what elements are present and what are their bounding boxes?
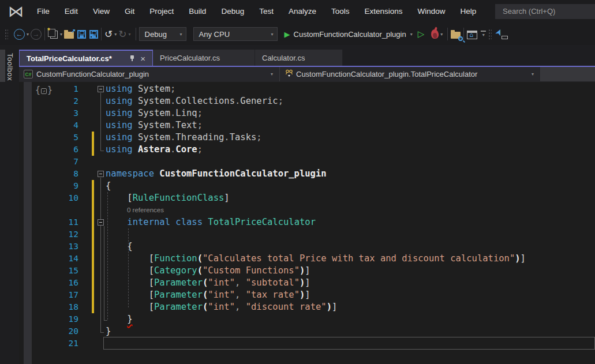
tab-calculator[interactable]: Calculator.cs	[255, 50, 343, 66]
navigation-bar: C# CustomFunctionCalculator_plugin ▾ Cus…	[19, 67, 595, 82]
code-line[interactable]: 5using System.Threading.Tasks;	[19, 132, 595, 144]
search-input[interactable]: Search (Ctrl+Q)	[495, 4, 595, 19]
run-target-label[interactable]: CustomFunctionCalculator_plugin	[290, 30, 409, 39]
line-number[interactable]: 21	[51, 337, 78, 350]
save-all-button[interactable]	[89, 30, 98, 39]
menu-bar: FileEditViewGitProjectBuildDebugTestAnal…	[29, 0, 484, 23]
hot-reload-button[interactable]	[431, 29, 439, 39]
code-line[interactable]: 10 [RuleFunctionClass]	[19, 192, 595, 204]
type-dropdown[interactable]: CustomFunctionCalculator_plugin.TotalPri…	[280, 67, 541, 81]
code-line[interactable]: 4using System.Text;	[19, 119, 595, 132]
menu-item-view[interactable]: View	[85, 0, 117, 23]
code-line[interactable]: 18 [Parameter("int", "discount rate")]	[19, 301, 595, 313]
code-line[interactable]: 6using Astera.Core;	[19, 144, 595, 156]
code-line[interactable]: 11 internal class TotalPriceCalculator	[19, 216, 595, 228]
start-debugging-button[interactable]: ▶	[285, 30, 290, 39]
code-line[interactable]: 9{	[19, 180, 595, 192]
solution-explorer-home-button[interactable]: ⌂	[467, 31, 477, 39]
new-project-dropdown-icon[interactable]: ▾	[58, 32, 64, 37]
navigate-back-dropdown-icon[interactable]: ▾	[25, 32, 31, 37]
redo-dropdown-icon[interactable]: ▾	[127, 32, 133, 37]
tab-pricecalculator[interactable]: PriceCalculator.cs	[153, 50, 255, 66]
code-line[interactable]: 13 {	[19, 241, 595, 253]
codelens-references[interactable]: 0 references	[127, 204, 164, 216]
line-number[interactable]: 11	[51, 216, 78, 228]
menu-item-edit[interactable]: Edit	[57, 0, 85, 23]
document-area: TotalPriceCalculator.cs* × PriceCalculat…	[19, 45, 595, 364]
codelens-row[interactable]: 0 references	[19, 204, 595, 216]
line-number[interactable]: 13	[51, 241, 78, 253]
line-number[interactable]: 16	[51, 277, 78, 289]
code-line[interactable]: 16 [Parameter("int", "subtotal")]	[19, 277, 595, 289]
code-text: }	[106, 313, 133, 325]
line-number[interactable]: 7	[51, 156, 78, 168]
line-number[interactable]: 20	[51, 325, 78, 337]
line-number[interactable]: 14	[51, 253, 78, 265]
menu-item-extensions[interactable]: Extensions	[357, 0, 410, 23]
code-line[interactable]: 7	[19, 156, 595, 168]
pin-tab-icon[interactable]	[129, 55, 135, 62]
code-line[interactable]: 3using System.Linq;	[19, 107, 595, 119]
navigate-back-button[interactable]: ←	[14, 29, 25, 40]
menu-item-help[interactable]: Help	[453, 0, 484, 23]
menu-item-git[interactable]: Git	[117, 0, 142, 23]
code-line[interactable]: 14 [Function("Calculates total Price wit…	[19, 253, 595, 265]
menu-item-analyze[interactable]: Analyze	[281, 0, 324, 23]
line-number[interactable]: 2	[51, 95, 78, 107]
run-target-dropdown-icon[interactable]: ▾	[409, 32, 414, 37]
current-line-highlight	[103, 337, 595, 350]
save-button[interactable]	[77, 30, 86, 39]
code-line[interactable]: 20}	[19, 325, 595, 337]
solution-configuration-select[interactable]: Debug ▾	[139, 27, 186, 41]
solution-platform-select[interactable]: Any CPU ▾	[193, 27, 278, 41]
line-number[interactable]: 12	[51, 228, 78, 241]
undo-dropdown-icon[interactable]: ▾	[113, 32, 118, 37]
toolbar-options-button[interactable]: ▾	[481, 31, 486, 37]
new-project-button[interactable]: *	[48, 29, 58, 39]
menu-item-build[interactable]: Build	[181, 0, 214, 23]
toolbox-tab[interactable]: Toolbox	[6, 53, 14, 81]
fold-collapse-icon[interactable]	[98, 171, 104, 177]
code-line[interactable]: 17 [Parameter("int", "tax rate")]	[19, 289, 595, 301]
menu-item-project[interactable]: Project	[142, 0, 181, 23]
code-line[interactable]: 15 [Category("Custom Functions")]	[19, 265, 595, 277]
line-number[interactable]: 5	[51, 132, 78, 144]
code-line[interactable]: 19 }	[19, 313, 595, 325]
open-file-button[interactable]: ↗	[64, 32, 74, 39]
menu-item-test[interactable]: Test	[252, 0, 281, 23]
project-dropdown[interactable]: C# CustomFunctionCalculator_plugin ▾	[19, 67, 280, 81]
toolbar-drag-handle-icon[interactable]	[488, 29, 492, 39]
find-in-files-button[interactable]	[451, 32, 461, 39]
menu-item-window[interactable]: Window	[410, 0, 453, 23]
navigate-forward-button[interactable]: →	[31, 29, 42, 40]
menu-item-tools[interactable]: Tools	[324, 0, 357, 23]
undo-button[interactable]: ↺	[104, 28, 113, 40]
hot-reload-dropdown-icon[interactable]: ▾	[439, 32, 444, 37]
close-tab-icon[interactable]: ×	[140, 54, 145, 63]
line-number[interactable]: 9	[51, 180, 78, 192]
line-number[interactable]: 1	[51, 83, 78, 95]
toolbar-drag-handle-icon[interactable]	[5, 29, 8, 39]
line-number[interactable]: 10	[51, 192, 78, 204]
code-line[interactable]: 2using System.Collections.Generic;	[19, 95, 595, 107]
line-number[interactable]: 6	[51, 144, 78, 156]
code-line[interactable]: 12	[19, 228, 595, 241]
redo-button[interactable]: ↻	[118, 28, 126, 40]
line-number[interactable]: 8	[51, 168, 78, 180]
line-number[interactable]: 3	[51, 107, 78, 119]
start-without-debugging-button[interactable]: ▷	[418, 29, 425, 39]
line-number[interactable]: 4	[51, 119, 78, 132]
line-number[interactable]: 19	[51, 313, 78, 325]
line-number[interactable]: 18	[51, 301, 78, 313]
line-number[interactable]: 17	[51, 289, 78, 301]
fold-collapse-icon[interactable]	[98, 219, 104, 226]
fold-collapse-icon[interactable]	[98, 86, 104, 92]
menu-item-file[interactable]: File	[29, 0, 57, 23]
code-editor[interactable]: {↗} 1using System;2using System.Collecti…	[19, 82, 595, 364]
pointer-tool-icon[interactable]: ➤	[495, 28, 506, 40]
line-number[interactable]: 15	[51, 265, 78, 277]
code-line[interactable]: 1using System;	[19, 83, 595, 95]
menu-item-debug[interactable]: Debug	[214, 0, 252, 23]
code-line[interactable]: 8namespace CustomFunctionCalculator_plug…	[19, 168, 595, 180]
tab-totalpricecalculator[interactable]: TotalPriceCalculator.cs* ×	[19, 50, 153, 66]
